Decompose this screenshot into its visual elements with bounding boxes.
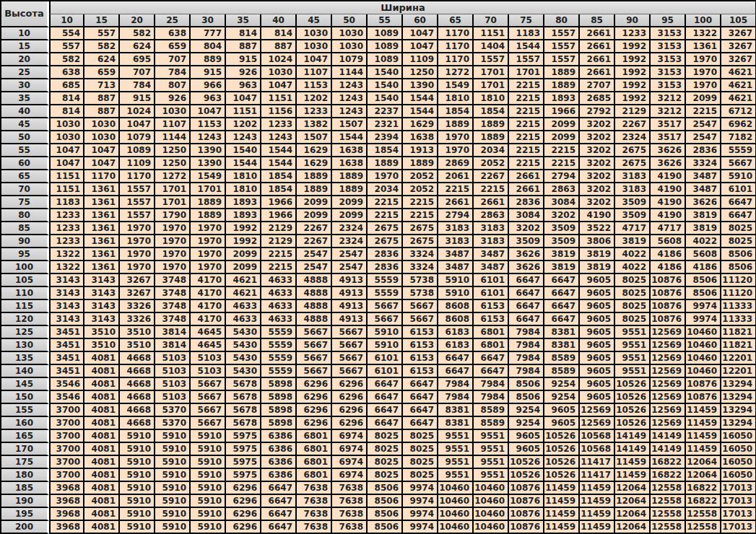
row-header: 80 bbox=[1, 209, 49, 222]
table-cell: 1089 bbox=[368, 53, 403, 66]
table-cell: 6296 bbox=[297, 417, 332, 430]
table-cell: 3451 bbox=[49, 365, 84, 378]
table-cell: 1030 bbox=[297, 40, 332, 53]
table-cell: 10876 bbox=[651, 287, 686, 300]
row-header: 155 bbox=[1, 404, 49, 417]
table-cell: 1153 bbox=[191, 118, 226, 131]
table-cell: 2267 bbox=[474, 170, 509, 183]
table-cell: 2215 bbox=[509, 79, 544, 92]
table-cell: 707 bbox=[120, 66, 155, 79]
table-cell: 8025 bbox=[721, 235, 756, 248]
table-cell: 5910 bbox=[191, 482, 226, 495]
table-cell: 2052 bbox=[403, 183, 438, 196]
table-cell: 17013 bbox=[721, 495, 756, 508]
table-cell: 12064 bbox=[615, 521, 651, 534]
table-cell: 3626 bbox=[686, 196, 721, 209]
table-cell: 6647 bbox=[544, 300, 580, 313]
table-cell: 3626 bbox=[651, 157, 686, 170]
table-cell: 4621 bbox=[721, 92, 756, 105]
table-cell: 1272 bbox=[155, 170, 191, 183]
table-cell: 3202 bbox=[580, 157, 615, 170]
table-cell: 1250 bbox=[155, 157, 191, 170]
table-cell: 6296 bbox=[297, 378, 332, 391]
table-cell: 3202 bbox=[580, 118, 615, 131]
table-row: 1503546408146685103566756785898629662966… bbox=[1, 391, 756, 404]
table-row: 1553700408146685370566756785898629662966… bbox=[1, 404, 756, 417]
table-cell: 814 bbox=[226, 27, 261, 40]
table-cell: 6647 bbox=[403, 404, 438, 417]
table-cell: 3968 bbox=[49, 521, 84, 534]
table-cell: 8506 bbox=[686, 274, 721, 287]
table-cell: 784 bbox=[155, 66, 191, 79]
table-cell: 9254 bbox=[509, 417, 544, 430]
table-cell: 4081 bbox=[84, 495, 120, 508]
table-cell: 1156 bbox=[261, 105, 297, 118]
table-cell: 4633 bbox=[261, 313, 297, 326]
table-cell: 4081 bbox=[84, 352, 120, 365]
table-cell: 1992 bbox=[615, 66, 651, 79]
table-cell: 1638 bbox=[332, 157, 368, 170]
col-header: 60 bbox=[403, 14, 438, 27]
table-cell: 1889 bbox=[368, 157, 403, 170]
table-cell: 2099 bbox=[226, 248, 261, 261]
table-cell: 3968 bbox=[49, 495, 84, 508]
table-cell: 1893 bbox=[226, 209, 261, 222]
table-cell: 9974 bbox=[403, 482, 438, 495]
table-cell: 7638 bbox=[297, 521, 332, 534]
table-cell: 4668 bbox=[120, 391, 155, 404]
table-cell: 2099 bbox=[544, 131, 580, 144]
table-cell: 3153 bbox=[651, 40, 686, 53]
table-cell: 10526 bbox=[544, 443, 580, 456]
table-cell: 7638 bbox=[297, 508, 332, 521]
table-cell: 5678 bbox=[226, 378, 261, 391]
table-cell: 2129 bbox=[615, 105, 651, 118]
table-cell: 814 bbox=[49, 105, 84, 118]
table-cell: 915 bbox=[120, 92, 155, 105]
table-cell: 1109 bbox=[120, 157, 155, 170]
table-cell: 1153 bbox=[297, 79, 332, 92]
table-cell: 5975 bbox=[226, 430, 261, 443]
table-cell: 8025 bbox=[615, 274, 651, 287]
table-cell: 3084 bbox=[509, 209, 544, 222]
table-cell: 8381 bbox=[438, 404, 474, 417]
table-cell: 3748 bbox=[155, 287, 191, 300]
table-cell: 1889 bbox=[403, 157, 438, 170]
table-cell: 6296 bbox=[226, 521, 261, 534]
table-cell: 9551 bbox=[474, 430, 509, 443]
table-cell: 5898 bbox=[261, 391, 297, 404]
col-header: 45 bbox=[297, 14, 332, 27]
table-cell: 6801 bbox=[297, 469, 332, 482]
table-cell: 9605 bbox=[544, 404, 580, 417]
table-cell: 13294 bbox=[721, 378, 756, 391]
table-cell: 557 bbox=[49, 40, 84, 53]
col-header: 25 bbox=[155, 14, 191, 27]
table-cell: 6153 bbox=[474, 300, 509, 313]
table-cell: 887 bbox=[226, 40, 261, 53]
table-cell: 2675 bbox=[368, 235, 403, 248]
table-cell: 3451 bbox=[49, 339, 84, 352]
table-cell: 1966 bbox=[261, 196, 297, 209]
table-cell: 1557 bbox=[474, 53, 509, 66]
table-cell: 6801 bbox=[297, 456, 332, 469]
table-cell: 9551 bbox=[615, 326, 651, 339]
table-cell: 5898 bbox=[261, 417, 297, 430]
table-cell: 3153 bbox=[651, 27, 686, 40]
table-cell: 8589 bbox=[474, 417, 509, 430]
table-cell: 5559 bbox=[368, 287, 403, 300]
table-cell: 3183 bbox=[438, 235, 474, 248]
row-header: 145 bbox=[1, 378, 49, 391]
table-cell: 4022 bbox=[686, 235, 721, 248]
table-cell: 807 bbox=[155, 79, 191, 92]
table-cell: 3814 bbox=[155, 339, 191, 352]
table-cell: 2836 bbox=[686, 144, 721, 157]
table-cell: 6296 bbox=[297, 391, 332, 404]
table-cell: 3510 bbox=[120, 339, 155, 352]
table-cell: 1109 bbox=[403, 53, 438, 66]
table-cell: 5910 bbox=[155, 430, 191, 443]
table-cell: 3806 bbox=[580, 235, 615, 248]
table-cell: 10876 bbox=[509, 495, 544, 508]
table-cell: 5667 bbox=[368, 313, 403, 326]
table-row: 3068571378480796696310471153124315401390… bbox=[1, 79, 756, 92]
table-cell: 1047 bbox=[403, 27, 438, 40]
table-cell: 5103 bbox=[155, 365, 191, 378]
